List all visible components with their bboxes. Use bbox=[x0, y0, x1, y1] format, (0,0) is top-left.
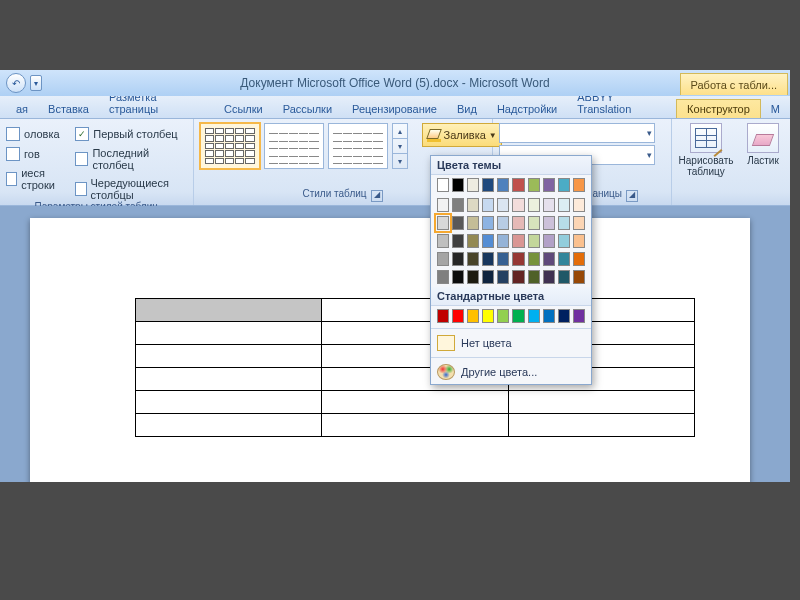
table-cell[interactable] bbox=[136, 414, 322, 437]
color-swatch[interactable] bbox=[543, 198, 555, 212]
color-swatch[interactable] bbox=[437, 252, 449, 266]
color-swatch[interactable] bbox=[512, 216, 524, 230]
more-colors-item[interactable]: Другие цвета... bbox=[431, 360, 591, 384]
color-swatch[interactable] bbox=[452, 270, 464, 284]
color-swatch[interactable] bbox=[573, 178, 585, 192]
table-cell[interactable] bbox=[136, 322, 322, 345]
color-swatch[interactable] bbox=[437, 216, 449, 230]
color-swatch[interactable] bbox=[573, 234, 585, 248]
table-cell[interactable] bbox=[322, 414, 508, 437]
tab-view[interactable]: Вид bbox=[447, 100, 487, 118]
color-swatch[interactable] bbox=[497, 270, 509, 284]
color-swatch[interactable] bbox=[543, 178, 555, 192]
tab-references[interactable]: Ссылки bbox=[214, 100, 273, 118]
color-swatch[interactable] bbox=[512, 198, 524, 212]
shading-button[interactable]: Заливка ▼ bbox=[422, 123, 502, 147]
color-swatch[interactable] bbox=[573, 270, 585, 284]
color-swatch[interactable] bbox=[512, 309, 524, 323]
color-swatch[interactable] bbox=[452, 198, 464, 212]
chk-banded-columns[interactable]: Чередующиеся столбцы bbox=[75, 177, 186, 201]
color-swatch[interactable] bbox=[452, 216, 464, 230]
eraser-button[interactable]: Ластик bbox=[742, 123, 784, 177]
color-swatch[interactable] bbox=[497, 216, 509, 230]
color-swatch[interactable] bbox=[497, 198, 509, 212]
chk-total-row[interactable]: гов bbox=[6, 147, 67, 161]
color-swatch[interactable] bbox=[528, 234, 540, 248]
tab-mailings[interactable]: Рассылки bbox=[273, 100, 342, 118]
color-swatch[interactable] bbox=[543, 252, 555, 266]
color-swatch[interactable] bbox=[558, 234, 570, 248]
undo-button[interactable]: ↶ bbox=[6, 73, 26, 93]
color-swatch[interactable] bbox=[573, 309, 585, 323]
color-swatch[interactable] bbox=[573, 198, 585, 212]
color-swatch[interactable] bbox=[528, 198, 540, 212]
tab-design[interactable]: Конструктор bbox=[676, 99, 761, 118]
color-swatch[interactable] bbox=[558, 252, 570, 266]
color-swatch[interactable] bbox=[482, 252, 494, 266]
pen-style-select[interactable]: ▾ bbox=[499, 123, 655, 143]
color-swatch[interactable] bbox=[467, 198, 479, 212]
chk-first-column[interactable]: ✓Первый столбец bbox=[75, 127, 186, 141]
table-cell[interactable] bbox=[136, 368, 322, 391]
color-swatch[interactable] bbox=[528, 178, 540, 192]
color-swatch[interactable] bbox=[467, 309, 479, 323]
dialog-launcher-styles[interactable]: ◢ bbox=[371, 190, 383, 202]
color-swatch[interactable] bbox=[437, 198, 449, 212]
color-swatch[interactable] bbox=[482, 234, 494, 248]
color-swatch[interactable] bbox=[467, 216, 479, 230]
color-swatch[interactable] bbox=[528, 309, 540, 323]
tab-insert[interactable]: Вставка bbox=[38, 100, 99, 118]
color-swatch[interactable] bbox=[497, 178, 509, 192]
table-cell[interactable] bbox=[136, 391, 322, 414]
color-swatch[interactable] bbox=[497, 234, 509, 248]
style-swatch-1[interactable] bbox=[200, 123, 260, 169]
color-swatch[interactable] bbox=[452, 309, 464, 323]
color-swatch[interactable] bbox=[573, 216, 585, 230]
color-swatch[interactable] bbox=[482, 216, 494, 230]
color-swatch[interactable] bbox=[543, 234, 555, 248]
color-swatch[interactable] bbox=[467, 178, 479, 192]
color-swatch[interactable] bbox=[512, 252, 524, 266]
table-cell[interactable] bbox=[322, 391, 508, 414]
draw-table-button[interactable]: Нарисовать таблицу bbox=[678, 123, 734, 177]
color-swatch[interactable] bbox=[437, 178, 449, 192]
color-swatch[interactable] bbox=[558, 270, 570, 284]
color-swatch[interactable] bbox=[452, 252, 464, 266]
style-swatch-3[interactable] bbox=[328, 123, 388, 169]
style-swatch-2[interactable] bbox=[264, 123, 324, 169]
color-swatch[interactable] bbox=[558, 216, 570, 230]
table-cell[interactable] bbox=[508, 391, 694, 414]
color-swatch[interactable] bbox=[528, 252, 540, 266]
dialog-launcher-borders[interactable]: ◢ bbox=[626, 190, 638, 202]
color-swatch[interactable] bbox=[558, 198, 570, 212]
color-swatch[interactable] bbox=[482, 198, 494, 212]
table-cell[interactable] bbox=[508, 414, 694, 437]
tab-addins[interactable]: Надстройки bbox=[487, 100, 567, 118]
gallery-down-icon[interactable]: ▾ bbox=[393, 139, 407, 154]
color-swatch[interactable] bbox=[512, 178, 524, 192]
chk-last-column[interactable]: Последний столбец bbox=[75, 147, 186, 171]
color-swatch[interactable] bbox=[467, 234, 479, 248]
document-area[interactable] bbox=[0, 206, 790, 482]
tab-home-cut[interactable]: ая bbox=[6, 100, 38, 118]
color-swatch[interactable] bbox=[482, 309, 494, 323]
document-table[interactable] bbox=[135, 298, 695, 437]
color-swatch[interactable] bbox=[558, 178, 570, 192]
color-swatch[interactable] bbox=[558, 309, 570, 323]
color-swatch[interactable] bbox=[437, 309, 449, 323]
color-swatch[interactable] bbox=[543, 309, 555, 323]
table-cell[interactable] bbox=[136, 299, 322, 322]
color-swatch[interactable] bbox=[467, 270, 479, 284]
gallery-scroll[interactable]: ▴▾▾ bbox=[392, 123, 408, 169]
chk-header-row[interactable]: оловка bbox=[6, 127, 67, 141]
chk-banded-rows[interactable]: иеся строки bbox=[6, 167, 67, 191]
color-swatch[interactable] bbox=[497, 252, 509, 266]
color-swatch[interactable] bbox=[467, 252, 479, 266]
table-cell[interactable] bbox=[136, 345, 322, 368]
color-swatch[interactable] bbox=[452, 234, 464, 248]
color-swatch[interactable] bbox=[512, 234, 524, 248]
gallery-up-icon[interactable]: ▴ bbox=[393, 124, 407, 139]
contextual-tab-label[interactable]: Работа с табли... bbox=[680, 73, 788, 95]
color-swatch[interactable] bbox=[528, 216, 540, 230]
color-swatch[interactable] bbox=[437, 234, 449, 248]
